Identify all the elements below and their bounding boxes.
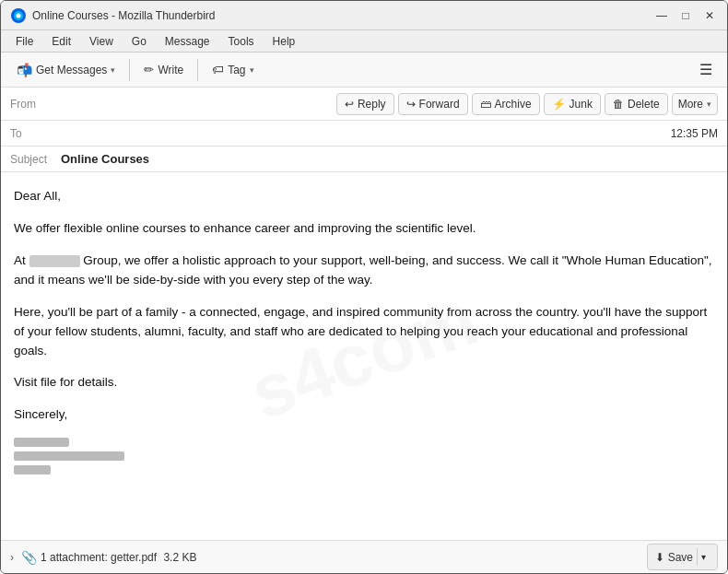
tag-dropdown-icon[interactable]: ▾ <box>250 65 254 75</box>
save-button[interactable]: ⬇ Save ▾ <box>647 544 718 570</box>
minimize-button[interactable]: — <box>653 7 670 24</box>
email-paragraph3: Here, you'll be part of a family - a con… <box>14 303 714 361</box>
delete-label: Delete <box>628 98 660 111</box>
tag-button[interactable]: 🏷 Tag ▾ <box>204 58 262 81</box>
app-icon <box>10 7 27 24</box>
menu-bar: File Edit View Go Message Tools Help <box>1 30 727 53</box>
sig-line-3 <box>14 465 51 474</box>
toolbar-divider <box>129 59 130 81</box>
forward-label: Forward <box>419 98 460 111</box>
get-messages-dropdown-icon[interactable]: ▾ <box>111 65 115 75</box>
junk-button[interactable]: ⚡ Junk <box>544 93 601 115</box>
menu-help[interactable]: Help <box>265 33 303 50</box>
reply-label: Reply <box>358 98 386 111</box>
signature-block <box>14 438 714 474</box>
email-paragraph1: We offer flexible online courses to enha… <box>14 219 714 239</box>
write-button[interactable]: ✏ Write <box>135 58 192 81</box>
menu-tools[interactable]: Tools <box>221 33 262 50</box>
window-title: Online Courses - Mozilla Thunderbird <box>32 9 653 22</box>
save-label: Save <box>668 551 693 564</box>
delete-button[interactable]: 🗑 Delete <box>605 93 668 115</box>
from-label: From <box>10 98 65 111</box>
more-dropdown-icon: ▾ <box>707 100 711 109</box>
para2-suffix: Group, we offer a holistic approach to y… <box>14 253 711 287</box>
menu-message[interactable]: Message <box>158 33 217 50</box>
save-icon: ⬇ <box>655 551 664 564</box>
forward-button[interactable]: ↪ Forward <box>398 93 468 115</box>
sig-line-2 <box>14 451 124 461</box>
toolbar: 📬 Get Messages ▾ ✏ Write 🏷 Tag ▾ ☰ <box>1 53 727 88</box>
subject-value: Online Courses <box>61 152 149 166</box>
email-paragraph4: Visit file for details. <box>14 373 714 392</box>
tag-label: Tag <box>228 64 245 76</box>
email-greeting: Dear All, <box>14 187 714 206</box>
attachment-bar: › 📎 1 attachment: getter.pdf 3.2 KB ⬇ Sa… <box>1 540 727 573</box>
write-icon: ✏ <box>144 63 154 76</box>
forward-icon: ↪ <box>406 98 416 111</box>
delete-icon: 🗑 <box>613 98 624 111</box>
menu-edit[interactable]: Edit <box>44 33 78 50</box>
toolbar-divider-2 <box>197 59 198 81</box>
email-closing: Sincerely, <box>14 405 714 425</box>
close-button[interactable]: ✕ <box>701 7 718 24</box>
email-time: 12:35 PM <box>671 127 718 140</box>
email-to-row: To 12:35 PM <box>1 121 727 146</box>
tag-icon: 🏷 <box>212 63 224 76</box>
junk-label: Junk <box>569 98 593 111</box>
hamburger-menu-button[interactable]: ☰ <box>692 57 720 82</box>
menu-view[interactable]: View <box>82 33 121 50</box>
subject-label: Subject <box>10 153 61 166</box>
attachment-info: 1 attachment: getter.pdf 3.2 KB <box>41 551 196 564</box>
email-from-row: From ↩ Reply ↪ Forward 🗃 Archive ⚡ Junk … <box>1 88 727 121</box>
email-subject-row: Subject Online Courses <box>1 146 727 172</box>
more-label: More <box>678 98 703 111</box>
archive-label: Archive <box>495 98 532 111</box>
email-paragraph2: At Group, we offer a holistic approach t… <box>14 252 714 290</box>
get-messages-label: Get Messages <box>36 64 107 76</box>
action-buttons: ↩ Reply ↪ Forward 🗃 Archive ⚡ Junk 🗑 Del… <box>336 93 718 115</box>
write-label: Write <box>158 64 183 76</box>
title-bar: Online Courses - Mozilla Thunderbird — □… <box>1 1 727 30</box>
window-controls: — □ ✕ <box>653 7 718 24</box>
get-messages-button[interactable]: 📬 Get Messages ▾ <box>8 58 123 82</box>
more-button[interactable]: More ▾ <box>672 93 718 115</box>
reply-button[interactable]: ↩ Reply <box>336 93 394 115</box>
menu-file[interactable]: File <box>8 33 41 50</box>
reply-icon: ↩ <box>345 98 354 111</box>
para2-prefix: At <box>14 253 26 267</box>
archive-icon: 🗃 <box>480 98 491 111</box>
attachment-size: 3.2 KB <box>163 551 196 564</box>
redacted-company <box>29 255 80 267</box>
maximize-button[interactable]: □ <box>677 7 694 24</box>
archive-button[interactable]: 🗃 Archive <box>472 93 540 115</box>
junk-icon: ⚡ <box>552 98 566 111</box>
get-messages-icon: 📬 <box>17 63 32 77</box>
attachment-expand-button[interactable]: › <box>10 551 14 564</box>
sig-line-1 <box>14 438 69 447</box>
attachment-icon: 📎 <box>21 550 37 565</box>
attachment-count-text: 1 attachment: getter.pdf <box>41 551 157 564</box>
svg-point-2 <box>17 13 21 18</box>
menu-go[interactable]: Go <box>124 33 154 50</box>
to-label: To <box>10 127 65 140</box>
save-dropdown-icon[interactable]: ▾ <box>697 548 710 566</box>
email-body: s4com Dear All, We offer flexible online… <box>1 172 727 540</box>
